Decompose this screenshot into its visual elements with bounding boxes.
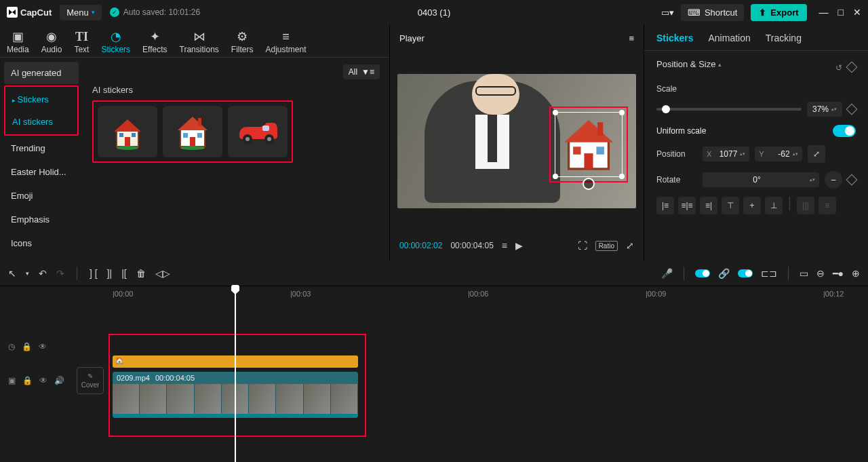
- sticker-item-house2[interactable]: [163, 106, 222, 157]
- link-icon[interactable]: ⤢: [808, 145, 825, 163]
- menu-button[interactable]: Menu ▾: [60, 5, 102, 20]
- redo-icon[interactable]: ↷: [56, 268, 64, 279]
- ratio-button[interactable]: Ratio: [595, 241, 618, 251]
- handle-bl[interactable]: [553, 174, 558, 179]
- delete-icon[interactable]: 🗑: [136, 268, 146, 279]
- snap-icon[interactable]: ⊏⊐: [761, 268, 777, 279]
- align-center-h-icon[interactable]: ≡|≡: [678, 197, 696, 214]
- reset-icon[interactable]: ↺: [835, 63, 842, 73]
- focus-icon[interactable]: ⛶: [578, 240, 587, 251]
- preview-icon[interactable]: ▭: [800, 268, 808, 279]
- keyframe-rotate-icon[interactable]: [846, 174, 858, 186]
- shortcut-button[interactable]: ⌨ Shortcut: [681, 4, 744, 21]
- zoom-slider-icon[interactable]: ━●: [833, 268, 844, 279]
- align-top-icon[interactable]: ⊤: [722, 197, 739, 214]
- sidebar-icons[interactable]: Icons: [4, 232, 79, 254]
- playhead[interactable]: [235, 286, 236, 462]
- close-icon[interactable]: ✕: [853, 7, 861, 18]
- split-icon[interactable]: ] [: [90, 268, 98, 279]
- stepper-icon[interactable]: ▴▾: [831, 107, 837, 112]
- scale-slider[interactable]: [656, 108, 802, 111]
- align-bottom-icon[interactable]: ⊥: [765, 197, 783, 214]
- sidebar-ai-stickers[interactable]: AI stickers: [5, 111, 77, 133]
- stepper-icon[interactable]: ▴▾: [793, 151, 798, 157]
- project-title: 0403 (1): [418, 7, 450, 18]
- minimize-icon[interactable]: —: [819, 7, 829, 18]
- svg-point-15: [245, 137, 250, 141]
- all-filter-button[interactable]: All ▼≡: [343, 64, 380, 79]
- keyframe-icon[interactable]: [846, 61, 858, 73]
- sidebar-easter[interactable]: Easter Holid...: [4, 161, 79, 183]
- keyframe-scale-icon[interactable]: [846, 104, 858, 115]
- mic-icon[interactable]: 🎤: [661, 268, 673, 279]
- rotate-handle-icon[interactable]: [583, 178, 595, 190]
- distribute-v-icon[interactable]: ≡: [818, 197, 836, 214]
- eye-icon[interactable]: 👁: [39, 342, 47, 351]
- layout-icon[interactable]: ▭▾: [661, 7, 674, 18]
- chevron-down-icon[interactable]: ▾: [26, 270, 29, 277]
- cover-button[interactable]: ✎ Cover: [77, 367, 104, 394]
- scale-value[interactable]: 37%▴▾: [807, 102, 842, 117]
- tab-adjustment[interactable]: ≡Adjustment: [265, 30, 306, 54]
- sidebar-ai-generated[interactable]: AI generated: [4, 62, 79, 84]
- trim-right-icon[interactable]: |[: [121, 268, 127, 279]
- sticker-item-car[interactable]: [228, 106, 288, 157]
- sidebar-emoji[interactable]: Emoji: [4, 185, 79, 207]
- play-icon[interactable]: ▶: [515, 240, 523, 251]
- align-center-v-icon[interactable]: +: [743, 197, 761, 214]
- sticker-selection-box[interactable]: [549, 107, 628, 182]
- sidebar-trending[interactable]: Trending: [4, 137, 79, 159]
- export-button[interactable]: ⬆ Export: [751, 4, 806, 21]
- uniform-scale-label: Uniform scale: [656, 126, 706, 136]
- link-icon[interactable]: 🔗: [718, 268, 730, 279]
- magnet-toggle-1[interactable]: [695, 269, 710, 277]
- magnet-toggle-2[interactable]: [738, 269, 753, 277]
- position-y-input[interactable]: Y -62 ▴▾: [755, 147, 802, 161]
- position-x-input[interactable]: X 1077 ▴▾: [703, 147, 749, 161]
- tab-transitions[interactable]: ⋈Transitions: [180, 30, 219, 54]
- sidebar-emphasis[interactable]: Emphasis: [4, 208, 79, 231]
- rotate-reset-button[interactable]: –: [825, 171, 842, 189]
- sticker-item-house1[interactable]: [98, 106, 157, 157]
- handle-tr[interactable]: [619, 110, 625, 115]
- fullscreen-icon[interactable]: ⤢: [626, 240, 634, 251]
- clip-duration: 00:00:04:05: [155, 374, 195, 382]
- eye-icon[interactable]: 👁: [39, 376, 47, 385]
- stepper-icon[interactable]: ▴▾: [810, 177, 815, 182]
- lock-icon[interactable]: 🔒: [22, 342, 32, 351]
- tab-effects[interactable]: ✦Effects: [142, 30, 167, 54]
- video-track-head[interactable]: ▣ 🔒 👁 🔊 ✎ Cover: [0, 355, 108, 406]
- align-left-icon[interactable]: |≡: [656, 197, 674, 214]
- uniform-scale-toggle[interactable]: [833, 125, 856, 137]
- zoom-out-icon[interactable]: ⊖: [816, 268, 825, 279]
- tab-filters[interactable]: ⚙Filters: [231, 30, 254, 54]
- props-tab-tracking[interactable]: Tracking: [766, 33, 802, 43]
- lock-icon[interactable]: 🔒: [22, 376, 33, 385]
- tab-audio[interactable]: ◉Audio: [41, 30, 62, 54]
- tab-media[interactable]: ▣Media: [7, 30, 29, 54]
- props-tab-animation[interactable]: Animation: [708, 33, 750, 43]
- trim-left-icon[interactable]: ]|: [107, 268, 113, 279]
- player-menu-icon[interactable]: ≡: [629, 33, 634, 43]
- undo-icon[interactable]: ↶: [39, 268, 47, 279]
- zoom-in-icon[interactable]: ⊕: [852, 268, 860, 279]
- speaker-icon[interactable]: 🔊: [54, 376, 64, 385]
- handle-br[interactable]: [619, 174, 625, 179]
- chevron-up-icon[interactable]: ▴: [718, 61, 722, 68]
- stepper-icon[interactable]: ▴▾: [740, 151, 745, 157]
- sticker-track-head[interactable]: ◷ 🔒 👁: [0, 338, 108, 355]
- tab-stickers[interactable]: ◔Stickers: [101, 30, 130, 54]
- pointer-tool-icon[interactable]: ↖: [8, 268, 16, 279]
- video-preview[interactable]: [397, 74, 636, 208]
- tab-text[interactable]: TIText: [74, 30, 89, 54]
- align-right-icon[interactable]: ≡|: [700, 197, 717, 214]
- distribute-h-icon[interactable]: |||: [797, 197, 814, 214]
- mirror-icon[interactable]: ◁▷: [155, 268, 170, 279]
- timeline-ruler[interactable]: |00:00 |00:03 |00:06 |00:09 |00:12: [108, 286, 868, 304]
- handle-tl[interactable]: [553, 110, 558, 115]
- props-tab-stickers[interactable]: Stickers: [656, 33, 693, 43]
- sidebar-stickers[interactable]: ▸ Stickers: [5, 88, 77, 111]
- maximize-icon[interactable]: □: [838, 7, 844, 18]
- list-icon[interactable]: ≡: [502, 240, 507, 251]
- rotate-input[interactable]: 0° ▴▾: [703, 172, 819, 187]
